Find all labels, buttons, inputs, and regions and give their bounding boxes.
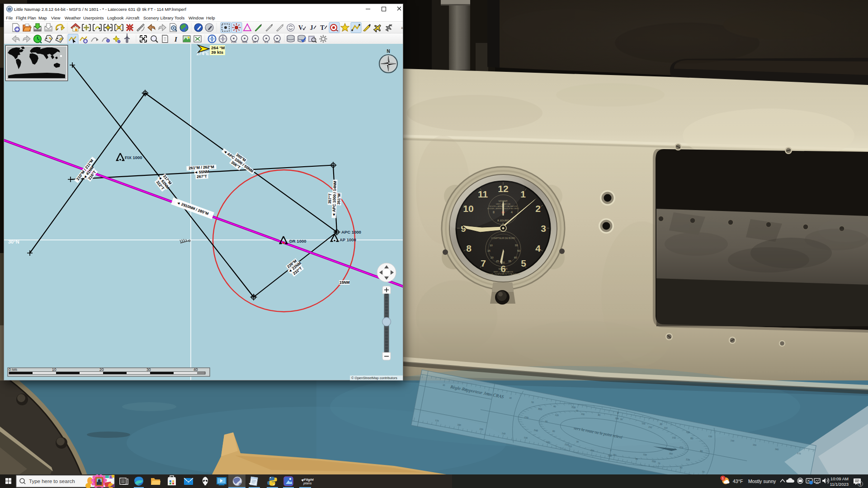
svg-text:20: 20: [99, 367, 104, 372]
svg-text:Type here to search: Type here to search: [29, 479, 75, 484]
svg-text:DME: DME: [274, 41, 280, 43]
svg-text:AP 1000: AP 1000: [340, 237, 356, 242]
svg-text:1: 1: [722, 476, 724, 480]
svg-text:8 JOURS: 8 JOURS: [497, 219, 509, 222]
svg-text:V: V: [298, 24, 303, 31]
svg-text:35: 35: [508, 260, 511, 263]
svg-text:25: 25: [496, 260, 499, 263]
svg-text:60: 60: [514, 256, 517, 259]
svg-text:40: 40: [193, 367, 198, 372]
svg-text:ROUGE = SUSPENSION TOTALISATIO: ROUGE = SUSPENSION TOTALISATION: [486, 273, 520, 275]
svg-text:WPT: WPT: [253, 41, 259, 43]
svg-text:30: 30: [146, 367, 151, 372]
svg-text:NDB: NDB: [242, 41, 247, 43]
svg-text:I: I: [174, 36, 178, 43]
svg-text:8: 8: [466, 243, 472, 253]
svg-text:4: 4: [511, 211, 513, 214]
svg-text:55: 55: [515, 244, 518, 247]
svg-text:1: 1: [859, 482, 862, 486]
svg-text:© OpenStreetMap contributors: © OpenStreetMap contributors: [351, 376, 397, 380]
svg-text:VOR: VOR: [231, 41, 236, 43]
svg-text:2: 2: [535, 203, 541, 214]
svg-text:15: 15: [487, 249, 491, 252]
svg-text:60: 60: [690, 436, 693, 440]
svg-text:VOYANT.: VOYANT.: [498, 267, 508, 270]
svg-text:Flight: Flight: [304, 478, 314, 482]
svg-text:15NM: 15NM: [340, 280, 350, 285]
svg-text:Mostly sunny: Mostly sunny: [748, 479, 776, 484]
svg-text:ILS: ILS: [264, 41, 269, 43]
svg-text:7: 7: [481, 258, 486, 268]
svg-text:J: J: [310, 24, 313, 31]
svg-text:T: T: [320, 24, 325, 31]
svg-text:3: 3: [541, 223, 546, 234]
svg-text:39 kts: 39 kts: [211, 50, 223, 55]
svg-text:351°M: 351°M: [336, 193, 341, 205]
svg-text:4: 4: [535, 243, 541, 253]
svg-text:30: 30: [502, 261, 505, 264]
svg-text:20: 20: [491, 256, 494, 259]
svg-text:N: N: [387, 49, 390, 54]
svg-text:90: 90: [700, 450, 703, 453]
svg-text:11/1/2023: 11/1/2023: [830, 482, 849, 487]
svg-text:30°N: 30°N: [8, 239, 19, 244]
svg-text:10: 10: [52, 367, 57, 372]
svg-text:COMPTEUR DE BORD: COMPTEUR DE BORD: [491, 237, 515, 239]
svg-text:APC 1000: APC 1000: [341, 230, 361, 235]
svg-text:30: 30: [659, 422, 662, 426]
svg-text:10: 10: [490, 244, 493, 247]
svg-text:174°E: 174°E: [196, 51, 209, 56]
svg-text:0 nm: 0 nm: [9, 367, 17, 372]
svg-text:FIX 1000: FIX 1000: [125, 155, 142, 160]
svg-text:DR 1000: DR 1000: [289, 239, 307, 244]
svg-text:43°F: 43°F: [733, 479, 743, 484]
svg-text:plans: plans: [303, 482, 311, 485]
svg-text:10:09 AM: 10:09 AM: [830, 476, 849, 481]
svg-text:50: 50: [517, 249, 520, 252]
svg-text:267°T: 267°T: [197, 174, 208, 179]
svg-text:»: »: [401, 25, 403, 30]
